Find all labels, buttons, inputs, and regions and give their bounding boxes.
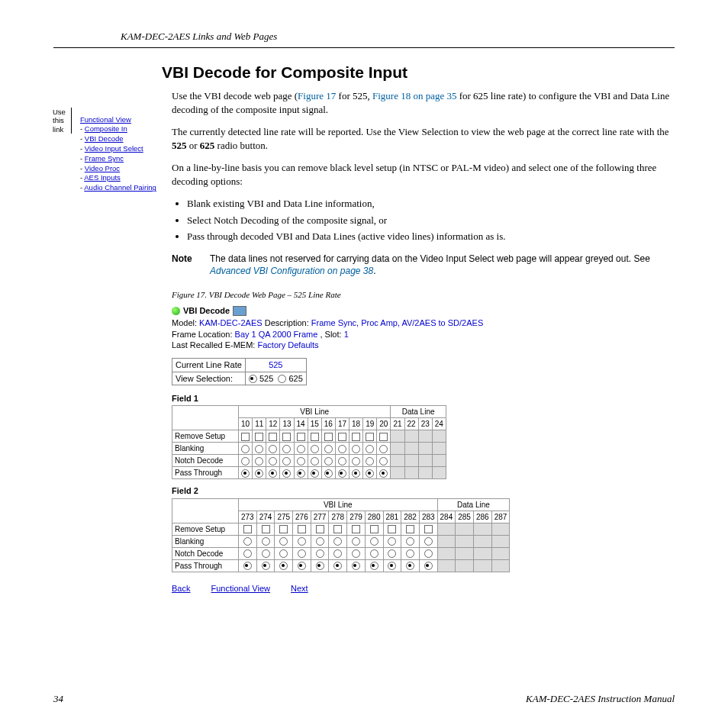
- radio[interactable]: [297, 469, 305, 478]
- radio[interactable]: [370, 562, 378, 570]
- checkbox[interactable]: [338, 433, 346, 441]
- radio[interactable]: [262, 562, 270, 570]
- radio[interactable]: [298, 549, 306, 558]
- checkbox[interactable]: [370, 525, 378, 533]
- radio[interactable]: [379, 469, 388, 478]
- checkbox[interactable]: [388, 525, 396, 533]
- checkbox[interactable]: [333, 525, 342, 533]
- radio[interactable]: [406, 562, 414, 570]
- radio[interactable]: [333, 537, 342, 546]
- radio[interactable]: [279, 562, 288, 570]
- radio[interactable]: [298, 562, 306, 570]
- checkbox[interactable]: [311, 433, 319, 441]
- checkbox[interactable]: [241, 433, 250, 441]
- checkbox[interactable]: [279, 525, 288, 533]
- radio[interactable]: [282, 445, 291, 453]
- radio[interactable]: [424, 562, 433, 570]
- radio[interactable]: [366, 457, 374, 465]
- radio[interactable]: [316, 562, 324, 570]
- checkbox[interactable]: [282, 433, 291, 441]
- nav-audio-channel-pairing[interactable]: Audio Channel Pairing: [84, 183, 156, 192]
- radio[interactable]: [338, 457, 346, 465]
- radio[interactable]: [241, 445, 250, 453]
- radio[interactable]: [324, 469, 333, 478]
- nav-functional-view[interactable]: Functional View: [80, 115, 131, 124]
- radio[interactable]: [424, 549, 433, 558]
- radio[interactable]: [269, 469, 277, 478]
- radio[interactable]: [255, 457, 263, 465]
- radio[interactable]: [366, 469, 374, 478]
- checkbox[interactable]: [243, 525, 252, 533]
- checkbox[interactable]: [316, 525, 324, 533]
- radio[interactable]: [311, 445, 319, 453]
- radio[interactable]: [279, 549, 288, 558]
- radio[interactable]: [333, 549, 342, 558]
- radio[interactable]: [282, 469, 291, 478]
- radio[interactable]: [311, 469, 319, 478]
- radio[interactable]: [262, 537, 270, 546]
- checkbox[interactable]: [424, 525, 433, 533]
- checkbox[interactable]: [406, 525, 414, 533]
- xref-figure-18[interactable]: Figure 18 on page 35: [372, 90, 456, 101]
- radio[interactable]: [243, 562, 252, 570]
- radio[interactable]: [297, 445, 305, 453]
- radio[interactable]: [255, 445, 263, 453]
- radio[interactable]: [388, 549, 396, 558]
- radio[interactable]: [269, 445, 277, 453]
- radio[interactable]: [379, 457, 388, 465]
- radio[interactable]: [324, 457, 333, 465]
- radio[interactable]: [311, 457, 319, 465]
- checkbox[interactable]: [324, 433, 333, 441]
- radio-625[interactable]: [278, 375, 286, 383]
- radio[interactable]: [352, 562, 360, 570]
- radio[interactable]: [297, 457, 305, 465]
- checkbox[interactable]: [269, 433, 277, 441]
- nav-video-input-select[interactable]: Video Input Select: [85, 144, 143, 153]
- nav-vbi-decode[interactable]: VBI Decode: [85, 134, 124, 143]
- radio[interactable]: [352, 457, 360, 465]
- radio[interactable]: [338, 469, 346, 478]
- radio[interactable]: [298, 537, 306, 546]
- radio[interactable]: [243, 549, 252, 558]
- radio[interactable]: [406, 537, 414, 546]
- checkbox[interactable]: [255, 433, 263, 441]
- radio[interactable]: [370, 537, 378, 546]
- radio[interactable]: [241, 469, 250, 478]
- checkbox[interactable]: [298, 525, 306, 533]
- radio[interactable]: [338, 445, 346, 453]
- nav-aes-inputs[interactable]: AES Inputs: [84, 173, 121, 182]
- radio[interactable]: [316, 537, 324, 546]
- radio[interactable]: [262, 549, 270, 558]
- radio[interactable]: [243, 537, 252, 546]
- radio[interactable]: [241, 457, 250, 465]
- checkbox[interactable]: [379, 433, 388, 441]
- radio[interactable]: [324, 445, 333, 453]
- radio[interactable]: [388, 562, 396, 570]
- radio[interactable]: [352, 537, 360, 546]
- radio[interactable]: [352, 549, 360, 558]
- radio[interactable]: [424, 537, 433, 546]
- refresh-icon[interactable]: [233, 306, 246, 316]
- radio[interactable]: [370, 549, 378, 558]
- radio[interactable]: [282, 457, 291, 465]
- checkbox[interactable]: [352, 525, 360, 533]
- radio[interactable]: [352, 445, 360, 453]
- link-functional-view[interactable]: Functional View: [211, 584, 270, 593]
- radio[interactable]: [269, 457, 277, 465]
- radio[interactable]: [333, 562, 342, 570]
- radio[interactable]: [379, 445, 388, 453]
- radio[interactable]: [366, 445, 374, 453]
- radio[interactable]: [255, 469, 263, 478]
- radio[interactable]: [316, 549, 324, 558]
- checkbox[interactable]: [366, 433, 374, 441]
- link-next[interactable]: Next: [291, 584, 308, 593]
- radio[interactable]: [388, 537, 396, 546]
- checkbox[interactable]: [297, 433, 305, 441]
- checkbox[interactable]: [262, 525, 270, 533]
- xref-figure-17[interactable]: Figure 17: [298, 90, 336, 101]
- nav-video-proc[interactable]: Video Proc: [85, 164, 120, 172]
- nav-frame-sync[interactable]: Frame Sync: [85, 154, 124, 163]
- nav-composite-in[interactable]: Composite In: [85, 124, 127, 133]
- radio[interactable]: [352, 469, 360, 478]
- radio[interactable]: [279, 537, 288, 546]
